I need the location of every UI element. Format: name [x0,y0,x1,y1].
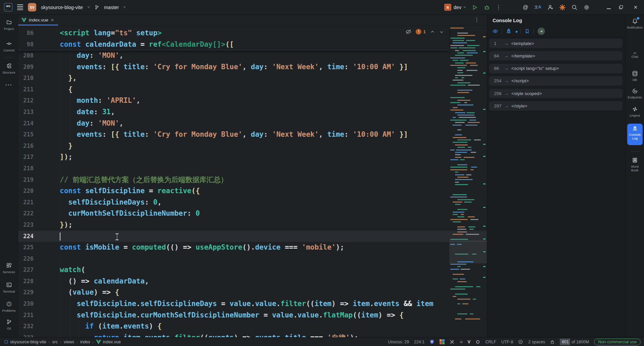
line-number[interactable]: 220 [18,185,34,197]
line-number[interactable]: 224 [18,231,34,242]
code-line[interactable]: 221 selfDisciplineDays: 0, [18,197,487,208]
indent-setting[interactable]: 2 spaces [528,340,545,344]
sidebar-item-git[interactable] [0,319,18,325]
code-line[interactable]: 227watch( [18,264,487,276]
sticky-lines[interactable]: 86<script lang="ts" setup>98const calend… [18,28,449,50]
line-number[interactable]: 222 [18,208,34,219]
code-line[interactable]: 219// 前端汇总替代方案（之后替换为后端数据库汇总） [18,174,487,186]
line-number[interactable]: 223 [18,219,34,231]
more-actions-icon[interactable]: ⋮ [496,4,501,10]
memory-indicator[interactable]: 601 of 1800M [560,339,589,345]
line-number[interactable]: 226 [18,253,34,265]
warning-badge-icon[interactable]: ! [416,29,421,35]
tool-console-log[interactable]: Console Log [627,124,643,145]
sidebar-item-project[interactable] [0,19,18,25]
code-line[interactable]: 231 selfDiscipline.curMonthSelfDisciplin… [18,310,487,321]
code-line[interactable]: 226 [18,253,487,265]
code-line[interactable]: 218 [18,163,487,174]
chevron-down-icon[interactable] [439,30,444,34]
chevron-down-icon[interactable]: ˅ [123,5,126,9]
rocket-icon[interactable] [506,28,512,34]
line-number[interactable]: 208 [18,50,34,61]
code-line[interactable]: 208 day: 'MON', [18,50,487,61]
ring-icon[interactable] [475,340,480,344]
code-line[interactable]: 98const calendarData = ref<CalendarDay[]… [18,39,449,50]
breadcrumb-item[interactable]: views [64,340,74,344]
breadcrumb-item[interactable]: index [80,340,90,344]
code-line[interactable]: 209 events: [{ title: 'Cry for Monday Bl… [18,61,487,73]
code-line[interactable]: 230 selfDiscipline.selfDisciplineDays = … [18,298,487,310]
close-icon[interactable]: ✕ [632,4,639,10]
tool-notification[interactable] [626,18,644,24]
code-line[interactable]: 210 }, [18,73,487,84]
code-line[interactable]: 217]); [18,152,487,163]
line-number[interactable]: 231 [18,310,34,321]
minimize-icon[interactable] [605,4,612,10]
code-line[interactable]: 216 } [18,140,487,152]
inspection-widget[interactable]: ! 1 [406,29,444,35]
tool-word-book[interactable] [626,157,644,163]
bookmark-icon[interactable] [524,29,530,34]
vue-shield-icon[interactable] [429,339,434,344]
run-config-widget[interactable]: n dev ˅ [444,4,466,11]
console-entry[interactable]: 1 → <template> [489,39,623,48]
breadcrumb-item[interactable]: skysource-blog-vite [10,340,46,344]
sidebar-item-commit[interactable] [0,41,18,46]
console-entry[interactable]: 86 → <script lang="ts" setup> [489,64,623,73]
pen-off-icon[interactable] [450,339,455,344]
line-ending[interactable]: CRLF [485,340,496,344]
run-config-name[interactable]: dev [454,5,461,10]
code-line[interactable]: 232 if (item.events) { [18,321,487,332]
line-number[interactable]: 86 [18,28,34,39]
line-number[interactable]: 210 [18,73,34,84]
code-line[interactable]: 215 events: [{ title: 'Cry for Monday Bl… [18,129,487,140]
close-icon[interactable]: ✕ [51,18,54,23]
main-menu-icon[interactable] [17,3,23,11]
line-number[interactable]: 218 [18,163,34,174]
line-number[interactable]: 227 [18,264,34,276]
breadcrumb-item[interactable]: index.vue [103,340,121,344]
code-line[interactable]: 214 day: 'MON', [18,118,487,129]
code-line[interactable]: 211 { [18,84,487,95]
line-number[interactable]: 211 [18,84,34,95]
line-number[interactable]: 215 [18,129,34,140]
sidebar-item-structure[interactable] [0,63,18,69]
breadcrumb-item[interactable]: src [52,340,58,344]
line-number[interactable]: 219 [18,174,34,186]
code-line[interactable]: 228 () => calendarData, [18,276,487,287]
line-number[interactable]: 225 [18,242,34,253]
line-number[interactable]: 209 [18,61,34,73]
readonly-eye-icon[interactable] [518,339,523,344]
line-number[interactable]: 228 [18,276,34,287]
license-badge[interactable]: Non-commercial use [594,339,641,345]
code-line[interactable]: 224 [18,231,487,242]
chevron-up-icon[interactable] [430,30,435,34]
minimap-viewport[interactable] [449,241,487,263]
console-entry[interactable]: 84 → </template> [489,51,623,60]
branch-name[interactable]: master [104,5,119,10]
triple-chevron-icon[interactable]: ››› [515,29,517,34]
line-number[interactable]: 229 [18,287,34,298]
v-icon[interactable]: V [468,339,471,344]
console-entry[interactable]: 254 → </script> [489,76,623,86]
code-line[interactable]: 225const isMobile = computed(() => useAp… [18,242,487,253]
code-line[interactable]: 212 month: 'APRIL', [18,95,487,106]
line-number[interactable]: 213 [18,106,34,118]
line-number[interactable]: 232 [18,321,34,332]
code-line[interactable]: 233 return item.events.filter((events) =… [18,332,487,337]
code-line[interactable]: 229 (value) => { [18,287,487,298]
code-editor[interactable]: 208 day: 'MON',209 events: [{ title: 'Cr… [18,26,487,337]
settings-icon[interactable] [584,4,590,10]
console-entry[interactable]: 256 → <style scoped> [489,89,623,98]
file-encoding[interactable]: UTF-8 [501,340,513,344]
at-icon[interactable]: @ [523,4,528,10]
chevron-down-icon[interactable]: ˅ [87,5,90,9]
chevron-down-icon[interactable]: ˅ [463,5,466,9]
tool-endpoints[interactable] [626,88,644,94]
caret-position[interactable]: 224:1 [414,340,424,344]
line-number[interactable]: 221 [18,197,34,208]
search-icon[interactable] [571,4,578,10]
sidebar-item-problems[interactable] [0,301,18,307]
tool-db[interactable] [626,71,644,77]
line-number[interactable]: 212 [18,95,34,106]
